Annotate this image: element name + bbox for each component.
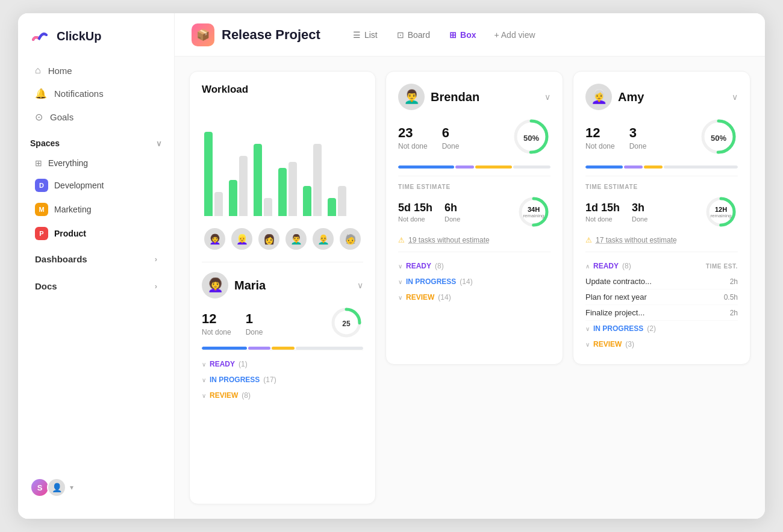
brendan-info: 👨‍🦱 Brendan — [398, 84, 479, 110]
project-icon: 📦 — [192, 23, 214, 46]
brendan-statuses: ∨ READY (8) ∨ IN PROGRESS (14) ∨ REVIEW … — [398, 252, 551, 305]
tab-list-label: List — [364, 30, 378, 40]
home-icon: ⌂ — [35, 65, 41, 76]
add-view-button[interactable]: + Add view — [487, 26, 542, 43]
maria-review-label: REVIEW — [210, 391, 238, 400]
amy-inprogress-chevron-icon: ∨ — [585, 326, 590, 332]
sidebar-item-everything[interactable]: ⊞ Everything — [23, 153, 169, 173]
bar-green-1 — [204, 132, 213, 216]
bar-gray-3 — [264, 198, 272, 216]
docs-section[interactable]: Docs › — [23, 274, 169, 298]
brendan-not-done-time: 5d 15h Not done — [398, 202, 432, 223]
pb-gray-b — [513, 165, 551, 169]
brendan-done-value: 6 — [442, 125, 460, 141]
logo-area: ClickUp — [18, 25, 174, 59]
pb-purple-a — [624, 165, 643, 169]
user-avatars: S 👤 — [30, 478, 66, 497]
amy-review-label: REVIEW — [593, 340, 622, 348]
chart-avatar-1: 👩‍🦱 — [204, 228, 225, 250]
amy-status-ready[interactable]: ∧ READY (8) TIME EST. — [585, 258, 738, 274]
brendan-inprogress-chevron-icon: ∨ — [398, 279, 402, 285]
bar-gray-4 — [289, 162, 297, 216]
add-view-label: + Add view — [494, 30, 535, 40]
marketing-badge: M — [35, 203, 48, 216]
brendan-chevron-icon[interactable]: ∨ — [544, 92, 551, 102]
development-label: Development — [54, 181, 104, 190]
tab-list[interactable]: ☰ List — [345, 26, 386, 43]
brendan-review-chevron-icon: ∨ — [398, 294, 402, 301]
bar-gray-5 — [313, 144, 322, 216]
brendan-progress-ring: 50% — [512, 117, 551, 158]
amy-status-review[interactable]: ∨ REVIEW (3) — [585, 336, 738, 352]
task-row-1: Update contracto... 2h — [585, 274, 738, 289]
pb-yellow — [272, 347, 294, 350]
amy-not-done-time-label: Not done — [585, 215, 620, 223]
chart-avatar-3: 👩 — [258, 228, 279, 250]
amy-ready-label: READY — [593, 262, 619, 270]
maria-ready-label: READY — [210, 360, 235, 368]
maria-section: 👩‍🦱 Maria ∨ 12 Not done 1 Done — [202, 262, 363, 403]
nav-home[interactable]: ⌂ Home — [23, 59, 169, 82]
amy-inprogress-label: IN PROGRESS — [593, 324, 643, 333]
brendan-done: 6 Done — [442, 125, 460, 150]
pb-gray — [296, 347, 363, 350]
maria-status-inprogress[interactable]: ∨ IN PROGRESS (17) — [202, 372, 363, 388]
brendan-remaining-value: 34H — [523, 206, 544, 213]
brendan-status-ready[interactable]: ∨ READY (8) — [398, 258, 551, 274]
spaces-chevron-icon[interactable]: ∨ — [156, 139, 162, 148]
sidebar-item-development[interactable]: D Development — [23, 173, 169, 197]
maria-inprogress-count: (17) — [263, 376, 276, 384]
brendan-time-ring: 34H remaining — [517, 195, 551, 229]
amy-not-done-time-value: 1d 15h — [585, 202, 620, 214]
docs-chevron-icon: › — [155, 282, 157, 291]
amy-progress-ring: 50% — [699, 117, 738, 158]
maria-status-ready[interactable]: ∨ READY (1) — [202, 356, 363, 372]
amy-review-count: (3) — [625, 340, 634, 348]
brendan-not-done-time-label: Not done — [398, 215, 432, 223]
product-label: Product — [54, 229, 86, 238]
bar-gray-1 — [214, 192, 223, 216]
brendan-status-review[interactable]: ∨ REVIEW (14) — [398, 289, 551, 305]
everything-label: Everything — [48, 158, 88, 168]
amy-progress-bars — [585, 165, 738, 169]
workload-card: Workload — [189, 71, 376, 504]
maria-ready-count: (1) — [239, 360, 248, 368]
amy-remaining-value: 12H — [710, 206, 731, 213]
bar-group-4 — [278, 162, 297, 216]
chart-avatar-6: 🧓 — [340, 228, 361, 250]
clickup-logo-icon — [30, 25, 52, 47]
brendan-status-inprogress[interactable]: ∨ IN PROGRESS (14) — [398, 274, 551, 289]
sidebar-item-marketing[interactable]: M Marketing — [23, 197, 169, 221]
maria-chevron-icon[interactable]: ∨ — [357, 280, 363, 290]
amy-status-inprogress[interactable]: ∨ IN PROGRESS (2) — [585, 321, 738, 336]
dashboards-label: Dashboards — [35, 254, 87, 264]
pb-yellow-b — [475, 165, 513, 169]
amy-chevron-icon[interactable]: ∨ — [732, 92, 738, 102]
sidebar-item-product[interactable]: P Product — [23, 221, 169, 246]
brendan-done-time-label: Done — [445, 215, 460, 223]
view-tabs: ☰ List ⊡ Board ⊞ Box + Add view — [345, 26, 543, 43]
amy-done-time: 3h Done — [632, 202, 647, 223]
time-est-col-label: TIME EST. — [706, 263, 738, 270]
user-chevron-icon[interactable]: ▾ — [70, 483, 73, 492]
bar-group-1 — [204, 132, 223, 216]
task-time-3: 2h — [730, 309, 738, 317]
brendan-card: 👨‍🦱 Brendan ∨ 23 Not done 6 Done — [385, 71, 563, 365]
maria-status-review[interactable]: ∨ REVIEW (8) — [202, 388, 363, 403]
review-chevron-icon: ∨ — [202, 392, 206, 399]
project-title-area: 📦 Release Project — [192, 23, 320, 46]
brendan-review-label: REVIEW — [406, 293, 434, 302]
brendan-inprogress-count: (14) — [460, 277, 472, 286]
app-name: ClickUp — [57, 29, 101, 43]
maria-header: 👩‍🦱 Maria ∨ — [202, 272, 363, 298]
nav-notifications[interactable]: 🔔 Notifications — [23, 82, 169, 105]
maria-name: Maria — [234, 279, 266, 292]
tab-box[interactable]: ⊞ Box — [441, 26, 484, 43]
tab-board[interactable]: ⊡ Board — [388, 26, 438, 43]
brendan-review-count: (14) — [438, 293, 451, 302]
bell-icon: 🔔 — [35, 88, 47, 99]
dashboards-section[interactable]: Dashboards › — [23, 247, 169, 271]
main-nav: ⌂ Home 🔔 Notifications ⊙ Goals — [18, 59, 174, 129]
amy-time-stats: 1d 15h Not done 3h Done — [585, 195, 738, 229]
nav-goals[interactable]: ⊙ Goals — [23, 105, 169, 129]
